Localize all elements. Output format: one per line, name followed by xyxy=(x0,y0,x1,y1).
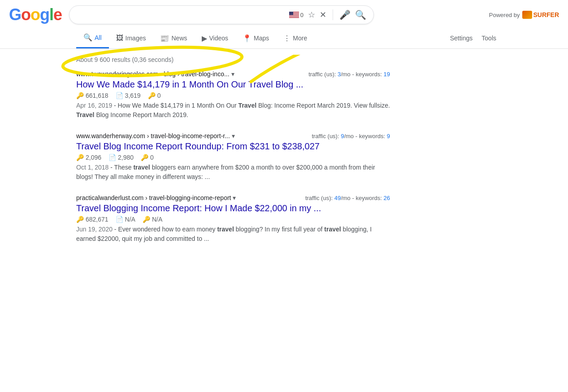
surfer-brand-name: SURFER xyxy=(533,11,559,18)
snippet-bold-1b: Travel xyxy=(76,111,94,118)
tab-videos[interactable]: ▶ Videos xyxy=(195,29,236,48)
key-icon-1: 🔑 xyxy=(76,92,84,99)
snippet-date-2: Oct 1, 2018 xyxy=(76,164,108,171)
mic-icon[interactable]: 🎤 xyxy=(339,9,351,20)
svg-rect-6 xyxy=(289,17,299,17)
result-url-line-1: www.twowanderingsoles.com › blog › trave… xyxy=(76,70,390,78)
result-metrics-2: 🔑2,096 📄2,980 🔑0 xyxy=(76,154,390,161)
result-main-3: practicalwanderlust.com › travel-bloggin… xyxy=(76,194,390,244)
result-url-line-3: practicalwanderlust.com › travel-bloggin… xyxy=(76,194,390,201)
lock-icon-3: 🔑 xyxy=(143,216,150,223)
traffic-num2-2: 9 xyxy=(387,133,390,139)
result-main-2: www.wanderherway.com › travel-blog-incom… xyxy=(76,132,390,182)
svg-rect-5 xyxy=(289,16,299,17)
videos-icon: ▶ xyxy=(202,34,207,43)
snippet-text-1c: Blog Income Report March 2019. xyxy=(96,111,188,118)
traffic-num1-3: 49 xyxy=(334,195,341,201)
result-url-dropdown-2[interactable]: ▾ xyxy=(232,132,235,139)
metric-key-3: 🔑682,671 xyxy=(76,216,108,223)
metric-lock-2: 🔑0 xyxy=(141,154,154,161)
results-count: About 9 600 results (0,36 seconds) xyxy=(76,52,173,70)
traffic-num2-3: 26 xyxy=(384,195,390,201)
snippet-date-3: Jun 19, 2020 xyxy=(76,226,113,233)
tab-images[interactable]: 🖼 Images xyxy=(109,29,153,48)
tab-all[interactable]: 🔍 All xyxy=(76,28,109,48)
search-icons: 0 ☆ ✕ 🎤 🔍 xyxy=(289,9,366,20)
tab-videos-label: Videos xyxy=(209,35,229,42)
snippet-bold-3a: travel xyxy=(217,226,234,233)
snippet-text-2a: - These xyxy=(110,164,133,171)
clear-icon[interactable]: ✕ xyxy=(320,10,326,20)
flag-icon xyxy=(289,12,299,18)
surfer-logo-icon xyxy=(522,11,532,19)
result-url-2: www.wanderherway.com › travel-blog-incom… xyxy=(76,132,235,139)
search-input[interactable]: inurl:income-report "travel" xyxy=(77,11,286,19)
star-icon[interactable]: ☆ xyxy=(308,10,315,20)
search-submit-icon[interactable]: 🔍 xyxy=(355,9,366,20)
tab-all-label: All xyxy=(95,34,102,41)
header: Google inurl:income-report "travel" 0 ☆ xyxy=(0,0,568,28)
flag-count: 0 xyxy=(300,12,304,18)
tab-news[interactable]: 📰 News xyxy=(153,29,194,48)
lock-icon-2: 🔑 xyxy=(141,154,148,161)
key-icon-3: 🔑 xyxy=(76,216,84,223)
settings-link[interactable]: Settings xyxy=(446,29,477,47)
all-icon: 🔍 xyxy=(83,33,92,42)
more-icon: ⋮ xyxy=(283,34,291,43)
result-row-1: www.twowanderingsoles.com › blog › trave… xyxy=(76,70,390,120)
svg-rect-7 xyxy=(289,12,293,15)
tab-images-label: Images xyxy=(126,35,146,42)
traffic-info-2: traffic (us): 9/mo - keywords: 9 xyxy=(312,133,390,139)
tab-maps[interactable]: 📍 Maps xyxy=(235,29,276,48)
result-main-1: www.twowanderingsoles.com › blog › trave… xyxy=(76,70,390,120)
metric-key-1: 🔑661,618 xyxy=(76,92,108,99)
search-divider xyxy=(333,9,333,20)
tab-more[interactable]: ⋮ More xyxy=(276,29,314,48)
search-bar: inurl:income-report "travel" 0 ☆ ✕ xyxy=(69,5,374,24)
snippet-text-3a: - Ever wondered how to earn money xyxy=(114,226,217,233)
result-url-dropdown-1[interactable]: ▾ xyxy=(231,70,234,78)
metric-page-2: 📄2,980 xyxy=(108,154,134,161)
result-url-1: www.twowanderingsoles.com › blog › trave… xyxy=(76,70,234,78)
svg-rect-4 xyxy=(289,15,299,15)
result-snippet-3: Jun 19, 2020 - Ever wondered how to earn… xyxy=(76,225,390,244)
metric-page-3: 📄N/A xyxy=(116,216,135,223)
result-url-dropdown-3[interactable]: ▾ xyxy=(233,194,236,201)
maps-icon: 📍 xyxy=(243,34,251,43)
result-url-text-2: www.wanderherway.com › travel-blog-incom… xyxy=(76,132,230,139)
result-row-2: www.wanderherway.com › travel-blog-incom… xyxy=(76,132,390,182)
result-snippet-1: Apr 16, 2019 - How We Made $14,179 in 1 … xyxy=(76,101,390,120)
powered-by-surfer: Powered by SURFER xyxy=(489,11,559,19)
result-url-line-2: www.wanderherway.com › travel-blog-incom… xyxy=(76,132,390,139)
traffic-info-3: traffic (us): 49/mo - keywords: 26 xyxy=(305,195,390,201)
traffic-num1-1: 3 xyxy=(338,71,341,78)
google-logo: Google xyxy=(9,5,62,24)
metric-page-1: 📄3,619 xyxy=(116,92,141,99)
page-icon-3: 📄 xyxy=(116,216,123,223)
result-item-1: www.twowanderingsoles.com › blog › trave… xyxy=(76,70,390,120)
powered-by-label: Powered by xyxy=(489,12,520,18)
tab-more-label: More xyxy=(293,35,307,42)
lock-icon-1: 🔑 xyxy=(148,92,156,99)
nav-tabs: 🔍 All 🖼 Images 📰 News ▶ Videos 📍 Maps ⋮ … xyxy=(0,28,568,49)
result-row-3: practicalwanderlust.com › travel-bloggin… xyxy=(76,194,390,244)
result-title-1[interactable]: How We Made $14,179 in 1 Month On Our Tr… xyxy=(76,78,390,90)
result-title-2[interactable]: Travel Blog Income Report Roundup: From … xyxy=(76,140,390,152)
snippet-date-1: Apr 16, 2019 xyxy=(76,102,112,109)
tab-news-label: News xyxy=(171,35,187,42)
news-icon: 📰 xyxy=(160,34,169,43)
result-item-3: practicalwanderlust.com › travel-bloggin… xyxy=(76,194,390,244)
snippet-text-3b: blogging? In my first full year of xyxy=(236,226,325,233)
metric-lock-1: 🔑0 xyxy=(148,92,161,99)
traffic-info-1: traffic (us): 3/mo - keywords: 19 xyxy=(308,71,390,78)
tab-maps-label: Maps xyxy=(254,35,269,42)
snippet-bold-1a: Travel xyxy=(238,102,256,109)
metric-key-2: 🔑2,096 xyxy=(76,154,101,161)
result-item-2: www.wanderherway.com › travel-blog-incom… xyxy=(76,132,390,182)
result-url-3: practicalwanderlust.com › travel-bloggin… xyxy=(76,194,236,201)
traffic-num1-2: 9 xyxy=(341,133,344,139)
result-title-3[interactable]: Travel Blogging Income Report: How I Mad… xyxy=(76,202,390,214)
tools-link[interactable]: Tools xyxy=(477,29,501,47)
surfer-logo: SURFER xyxy=(522,11,559,19)
results-area: About 9 600 results (0,36 seconds) www.t… xyxy=(0,49,568,244)
